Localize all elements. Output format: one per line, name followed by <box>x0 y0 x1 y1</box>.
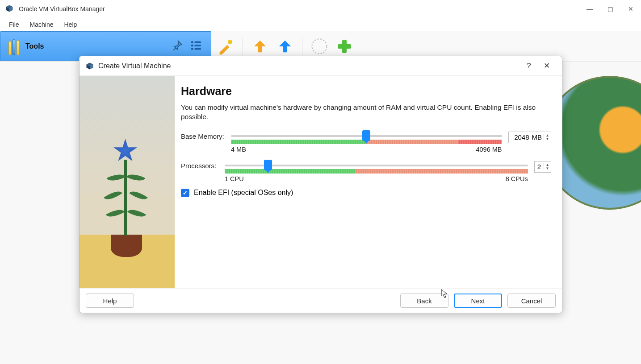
maximize-button[interactable]: ▢ <box>600 0 620 18</box>
export-icon[interactable] <box>275 37 295 56</box>
svg-point-7 <box>191 48 193 50</box>
tools-label: Tools <box>25 42 44 50</box>
svg-rect-4 <box>194 41 201 43</box>
memory-max-label: 4096 MB <box>476 146 502 153</box>
svg-point-9 <box>228 40 232 44</box>
svg-point-5 <box>191 44 193 46</box>
window-title: Oracle VM VirtualBox Manager <box>19 5 105 12</box>
cpu-label: Processors: <box>181 161 218 170</box>
cpu-decrement[interactable]: ▼ <box>544 167 551 170</box>
dialog-footer: Help Back Next Cancel <box>80 288 562 313</box>
tools-icon <box>8 37 19 55</box>
memory-slider[interactable] <box>231 132 502 145</box>
back-button[interactable]: Back <box>400 294 448 308</box>
svg-rect-6 <box>194 45 201 46</box>
memory-spinbox[interactable]: 2048 MB ▲▼ <box>508 132 552 143</box>
memory-min-label: 4 MB <box>231 146 246 153</box>
svg-point-3 <box>191 41 193 43</box>
pin-icon[interactable] <box>172 40 183 53</box>
cpu-min-label: 1 CPU <box>225 175 244 182</box>
dialog-title: Create Virtual Machine <box>98 62 171 70</box>
minimize-button[interactable]: — <box>579 0 600 18</box>
memory-decrement[interactable]: ▼ <box>544 137 551 141</box>
memory-slider-thumb[interactable] <box>362 130 370 141</box>
menu-file[interactable]: File <box>4 19 25 30</box>
efi-label: Enable EFI (special OSes only) <box>194 189 293 197</box>
memory-label: Base Memory: <box>181 132 225 140</box>
efi-checkbox[interactable]: ✓ <box>181 189 189 197</box>
cpu-slider[interactable] <box>225 161 528 174</box>
memory-value[interactable]: 2048 <box>509 133 532 141</box>
create-vm-dialog: Create Virtual Machine ? ✕ Hardware You … <box>79 56 562 313</box>
cpu-value[interactable]: 2 <box>535 163 544 170</box>
memory-unit: MB <box>532 133 544 141</box>
menu-machine[interactable]: Machine <box>25 19 59 30</box>
cancel-button[interactable]: Cancel <box>507 294 556 308</box>
svg-rect-12 <box>338 44 351 49</box>
cpu-slider-thumb[interactable] <box>264 160 272 170</box>
next-button[interactable]: Next <box>454 294 502 308</box>
menu-bar: File Machine Help <box>0 18 641 31</box>
cpu-spinbox[interactable]: 2 ▲▼ <box>534 161 551 173</box>
list-icon[interactable] <box>189 39 203 54</box>
dialog-titlebar: Create Virtual Machine ? ✕ <box>80 56 562 76</box>
wizard-illustration <box>80 76 175 288</box>
page-description: You can modify virtual machine's hardwar… <box>181 103 551 122</box>
virtualbox-icon <box>86 62 94 70</box>
add-icon[interactable] <box>335 37 354 56</box>
help-button[interactable]: Help <box>86 294 134 308</box>
svg-point-10 <box>312 39 327 54</box>
dialog-help-icon[interactable]: ? <box>520 62 538 70</box>
menu-help[interactable]: Help <box>59 19 82 30</box>
dialog-close-icon[interactable]: ✕ <box>538 61 556 70</box>
cpu-max-label: 8 CPUs <box>506 175 528 182</box>
new-icon[interactable] <box>310 37 329 56</box>
close-button[interactable]: ✕ <box>620 0 641 18</box>
import-icon[interactable] <box>250 37 270 56</box>
preferences-icon[interactable] <box>216 37 235 56</box>
main-window-titlebar: Oracle VM VirtualBox Manager — ▢ ✕ <box>0 0 641 18</box>
virtualbox-icon <box>5 4 14 13</box>
page-heading: Hardware <box>181 85 551 98</box>
svg-rect-8 <box>194 48 201 50</box>
